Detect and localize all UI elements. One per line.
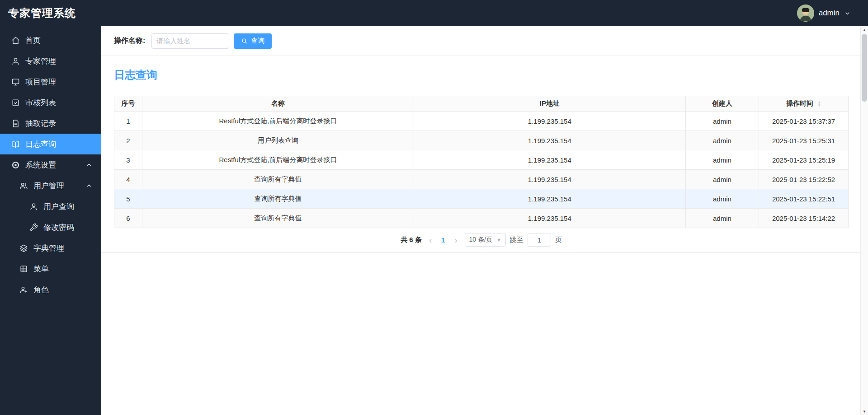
wrench-icon (29, 223, 38, 232)
scrollbar[interactable]: ▲ ▼ (860, 26, 868, 415)
cell-time: 2025-01-23 15:14:22 (759, 209, 849, 228)
cell-creator: admin (685, 112, 759, 131)
search-label: 操作名称: (114, 36, 145, 46)
prev-page-button[interactable]: ‹ (428, 236, 433, 244)
cell-creator: admin (685, 189, 759, 209)
sidebar-item-log-query[interactable]: 日志查询 (0, 134, 101, 154)
cell-no: 4 (114, 170, 142, 189)
cell-ip: 1.199.235.154 (414, 150, 685, 170)
cell-name: 用户列表查询 (142, 131, 414, 150)
sidebar-item-label: 专家管理 (25, 56, 56, 66)
cell-time: 2025-01-23 15:22:51 (759, 189, 849, 209)
sidebar-item-user-query[interactable]: 用户查询 (0, 196, 101, 217)
column-header-no: 序号 (114, 96, 142, 112)
cell-no: 6 (114, 209, 142, 228)
cell-ip: 1.199.235.154 (414, 170, 685, 189)
search-button[interactable]: 查询 (234, 33, 272, 49)
scroll-down-arrow[interactable]: ▼ (861, 408, 868, 415)
jump-label: 跳至 (510, 236, 524, 244)
table-row[interactable]: 3 Restful方式登陆,前后端分离时登录接口 1.199.235.154 a… (114, 150, 849, 170)
pagination: 共 6 条 ‹ 1 › 10 条/页 ▼ 跳至 页 (114, 228, 849, 252)
sidebar: 首页 专家管理 项目管理 审核列表 抽取记录 日志查询 系统设置 用 (0, 26, 101, 415)
scrollbar-thumb[interactable] (862, 34, 867, 102)
home-icon (11, 36, 20, 45)
cell-no: 3 (114, 150, 142, 170)
monitor-icon (11, 77, 20, 86)
sort-desc-icon[interactable]: ▼ (817, 104, 821, 107)
scroll-up-arrow[interactable]: ▲ (861, 26, 868, 33)
cell-no: 2 (114, 131, 142, 150)
cell-name: Restful方式登陆,前后端分离时登录接口 (142, 150, 414, 170)
cell-no: 5 (114, 189, 142, 209)
chevron-up-icon (86, 182, 92, 189)
cell-creator: admin (685, 170, 759, 189)
app-header: 专家管理系统 admin (0, 0, 868, 26)
log-table: 序号 名称 IP地址 创建人 操作时间 ▲ ▼ 1 Rest (114, 96, 849, 228)
table-row[interactable]: 1 Restful方式登陆,前后端分离时登录接口 1.199.235.154 a… (114, 112, 849, 131)
sidebar-item-dictionary-management[interactable]: 字典管理 (0, 238, 101, 258)
table-row[interactable]: 5 查询所有字典值 1.199.235.154 admin 2025-01-23… (114, 189, 849, 209)
column-header-name: 名称 (142, 96, 414, 112)
column-header-creator: 创建人 (685, 96, 759, 112)
user-menu[interactable]: admin (797, 0, 851, 26)
page-number-button[interactable]: 1 (437, 236, 449, 244)
sidebar-item-home[interactable]: 首页 (0, 30, 101, 51)
page-size-value: 10 条/页 (469, 236, 492, 244)
username: admin (819, 9, 840, 18)
chevron-down-icon (844, 10, 851, 17)
table-row[interactable]: 2 用户列表查询 1.199.235.154 admin 2025-01-23 … (114, 131, 849, 150)
sidebar-item-label: 审核列表 (25, 98, 56, 108)
cell-ip: 1.199.235.154 (414, 189, 685, 209)
sidebar-item-label: 用户管理 (33, 181, 64, 191)
sidebar-item-label: 日志查询 (25, 139, 56, 149)
cell-ip: 1.199.235.154 (414, 112, 685, 131)
cell-name: 查询所有字典值 (142, 189, 414, 209)
user-icon (29, 202, 38, 211)
gear-icon (11, 160, 20, 169)
page-title: 日志查询 (114, 56, 849, 96)
app-title: 专家管理系统 (0, 6, 76, 20)
jump-page-input[interactable] (528, 233, 551, 247)
cell-creator: admin (685, 150, 759, 170)
check-square-icon (11, 98, 20, 107)
sidebar-item-menu[interactable]: 菜单 (0, 258, 101, 279)
cell-creator: admin (685, 131, 759, 150)
sidebar-item-experts[interactable]: 专家管理 (0, 51, 101, 71)
sidebar-item-review-list[interactable]: 审核列表 (0, 92, 101, 113)
table-row[interactable]: 4 查询所有字典值 1.199.235.154 admin 2025-01-23… (114, 170, 849, 189)
avatar[interactable] (797, 5, 814, 22)
sidebar-item-change-password[interactable]: 修改密码 (0, 217, 101, 238)
next-page-button[interactable]: › (453, 236, 458, 244)
sidebar-item-label: 系统设置 (25, 160, 56, 170)
sidebar-item-user-management[interactable]: 用户管理 (0, 175, 101, 196)
sort-icon[interactable]: ▲ ▼ (817, 101, 821, 107)
cell-no: 1 (114, 112, 142, 131)
cell-name: 查询所有字典值 (142, 209, 414, 228)
user-plus-icon (19, 285, 28, 294)
sidebar-item-label: 菜单 (33, 264, 49, 274)
users-icon (19, 181, 28, 190)
jump-unit: 页 (555, 236, 562, 244)
sidebar-item-extraction-records[interactable]: 抽取记录 (0, 113, 101, 134)
search-input[interactable] (151, 33, 229, 49)
cell-name: Restful方式登陆,前后端分离时登录接口 (142, 112, 414, 131)
sidebar-item-role[interactable]: 角色 (0, 279, 101, 300)
sidebar-item-projects[interactable]: 项目管理 (0, 71, 101, 92)
layers-icon (19, 243, 28, 252)
column-header-time[interactable]: 操作时间 ▲ ▼ (759, 96, 849, 112)
sidebar-item-label: 角色 (33, 284, 49, 295)
sidebar-item-label: 用户查询 (43, 201, 74, 212)
sidebar-item-label: 抽取记录 (25, 118, 56, 129)
book-icon (11, 140, 20, 149)
cell-name: 查询所有字典值 (142, 170, 414, 189)
sidebar-item-system-settings[interactable]: 系统设置 (0, 154, 101, 175)
sidebar-item-label: 字典管理 (33, 243, 64, 253)
search-button-label: 查询 (251, 37, 264, 45)
cell-time: 2025-01-23 15:25:19 (759, 150, 849, 170)
sidebar-item-label: 修改密码 (43, 222, 74, 233)
table-row[interactable]: 6 查询所有字典值 1.199.235.154 admin 2025-01-23… (114, 209, 849, 228)
page-size-select[interactable]: 10 条/页 ▼ (465, 233, 506, 247)
sidebar-item-label: 项目管理 (25, 77, 56, 87)
sidebar-item-label: 首页 (25, 35, 41, 46)
cell-creator: admin (685, 209, 759, 228)
